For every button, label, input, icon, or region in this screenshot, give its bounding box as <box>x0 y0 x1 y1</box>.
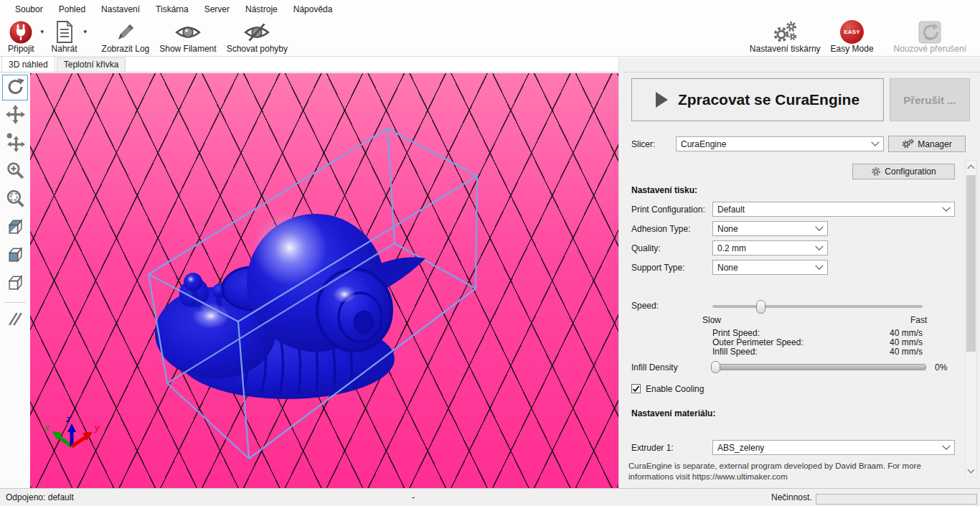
easy-mode-label: Easy Mode <box>831 44 874 54</box>
connect-button[interactable]: Připojit <box>3 18 39 56</box>
panel-splitter[interactable] <box>618 57 623 488</box>
menu-nastaveni[interactable]: Nastavení <box>93 1 148 17</box>
connect-label: Připojit <box>8 44 34 54</box>
load-button[interactable]: Nahrát <box>47 18 83 56</box>
checkmark-icon <box>632 385 640 393</box>
gears-icon <box>902 139 914 149</box>
print-speed-label: Print Speed: <box>712 328 760 338</box>
infill-slider-handle[interactable] <box>711 361 720 373</box>
scroll-down-button[interactable] <box>966 464 976 477</box>
printer-settings-button[interactable]: Nastavení tiskárny <box>745 18 826 56</box>
status-bar: Odpojeno: default - Nečinnost. <box>0 488 980 506</box>
infill-density-value: 0% <box>935 362 947 373</box>
zoom-in-button[interactable] <box>2 159 28 184</box>
speed-label: Speed: <box>631 301 659 311</box>
hide-travel-button[interactable]: Schovat pohyby <box>222 18 293 56</box>
connection-status: Odpojeno: default <box>6 492 74 502</box>
chevron-down-icon <box>942 441 950 449</box>
axis-z-label: z <box>65 413 71 424</box>
support-value: None <box>717 263 738 273</box>
outer-perimeter-speed-label: Outer Perimeter Speed: <box>712 337 804 347</box>
print-config-select[interactable]: Default <box>712 202 955 217</box>
move-object-button[interactable] <box>2 131 28 156</box>
menu-tiskarna[interactable]: Tiskárna <box>148 1 197 17</box>
adhesion-select[interactable]: None <box>712 221 828 236</box>
outer-perimeter-speed-value: 40 mm/s <box>890 337 923 347</box>
progress-bar <box>816 494 977 505</box>
print-bed-3d-scene[interactable]: x z y <box>30 73 618 488</box>
extruder1-label: Extruder 1: <box>631 443 674 453</box>
parallel-projection-button[interactable] <box>2 307 28 333</box>
print-speed-value: 40 mm/s <box>890 328 923 338</box>
caret-down-icon: ▼ <box>39 29 45 35</box>
speed-fast-label: Fast <box>910 315 927 325</box>
menu-bar: Soubor Pohled Nastavení Tiskárna Server … <box>0 0 980 18</box>
load-label: Nahrát <box>52 44 77 54</box>
scroll-up-button[interactable] <box>966 161 976 173</box>
print-config-value: Default <box>717 205 745 215</box>
load-dropdown[interactable]: ▼ <box>83 18 90 56</box>
viewport-toolbar <box>0 72 30 488</box>
slice-button[interactable]: Zpracovat se CuraEngine <box>631 78 884 121</box>
wireframe-view-button[interactable] <box>2 271 28 296</box>
fit-view-button[interactable] <box>2 187 28 212</box>
emergency-stop-button[interactable]: Nouzové přerušení <box>889 18 971 56</box>
eye-icon <box>174 19 202 44</box>
emergency-stop-label: Nouzové přerušení <box>894 44 966 54</box>
move-view-button[interactable] <box>2 103 28 128</box>
slicer-select[interactable]: CuraEngine <box>676 136 884 151</box>
print-settings-heading: Nastavení tisku: <box>631 185 697 195</box>
extruder1-select[interactable]: ABS_zeleny <box>712 440 955 455</box>
speed-slider-handle[interactable] <box>756 300 765 314</box>
tab-temperature-curve[interactable]: Teplotní křivka <box>57 57 126 72</box>
quality-select[interactable]: 0.2 mm <box>712 240 828 256</box>
front-view-button[interactable] <box>2 243 28 268</box>
slicer-select-label: Slicer: <box>631 139 655 149</box>
chevron-down-icon <box>815 261 823 269</box>
easy-mode-button[interactable]: EASY Easy Mode <box>826 18 879 56</box>
gears-icon <box>771 19 798 44</box>
enable-cooling-checkbox[interactable] <box>631 384 641 393</box>
fit-view-icon <box>6 189 25 211</box>
scrollbar-thumb[interactable] <box>966 175 976 352</box>
emergency-stop-icon <box>918 19 942 44</box>
move-object-icon <box>6 133 25 155</box>
show-log-button[interactable]: Zobrazit Log <box>97 18 155 56</box>
support-label: Support Type: <box>631 263 685 273</box>
infill-slider-track[interactable] <box>712 364 926 370</box>
adhesion-value: None <box>717 224 738 234</box>
parallel-projection-icon <box>6 309 25 332</box>
tab-3d-preview[interactable]: 3D náhled <box>1 56 55 72</box>
configuration-button[interactable]: Configuration <box>852 164 955 179</box>
menu-napoveda[interactable]: Nápověda <box>286 1 341 17</box>
material-settings-heading: Nastavení materiálu: <box>631 408 715 418</box>
support-select[interactable]: None <box>712 260 828 275</box>
document-icon <box>55 19 75 44</box>
right-panel: Rozmístění objektů Slicer Print Preview … <box>623 57 980 488</box>
hide-travel-label: Schovat pohyby <box>227 44 288 54</box>
enable-cooling-label: Enable Cooling <box>646 384 704 394</box>
slicer-panel: Zpracovat se CuraEngine Přerušit ... Sli… <box>623 72 980 488</box>
menu-pohled[interactable]: Pohled <box>51 1 93 17</box>
manager-button[interactable]: Manager <box>888 136 966 152</box>
isometric-view-button[interactable] <box>2 215 28 240</box>
kill-button-label: Přerušit ... <box>903 94 956 106</box>
rotate-view-button[interactable] <box>2 75 28 100</box>
menu-soubor[interactable]: Soubor <box>7 1 51 17</box>
front-view-icon <box>6 245 25 267</box>
panel-scrollbar[interactable] <box>965 160 977 477</box>
eye-slash-icon <box>243 19 270 44</box>
speed-slow-label: Slow <box>702 315 721 325</box>
show-filament-button[interactable]: Show Filament <box>154 18 221 56</box>
menu-nastroje[interactable]: Nástroje <box>237 1 286 17</box>
connect-dropdown[interactable]: ▼ <box>39 18 47 56</box>
menu-server[interactable]: Server <box>197 1 237 17</box>
slicer-select-value: CuraEngine <box>681 139 726 149</box>
kill-slicing-button[interactable]: Přerušit ... <box>890 78 970 121</box>
gear-icon <box>871 167 881 177</box>
snail-model[interactable] <box>155 210 425 399</box>
wireframe-cube-icon <box>6 273 25 295</box>
axis-indicator: x z y <box>44 413 100 446</box>
speed-slider-track[interactable] <box>712 305 923 308</box>
pencil-icon <box>114 19 137 44</box>
